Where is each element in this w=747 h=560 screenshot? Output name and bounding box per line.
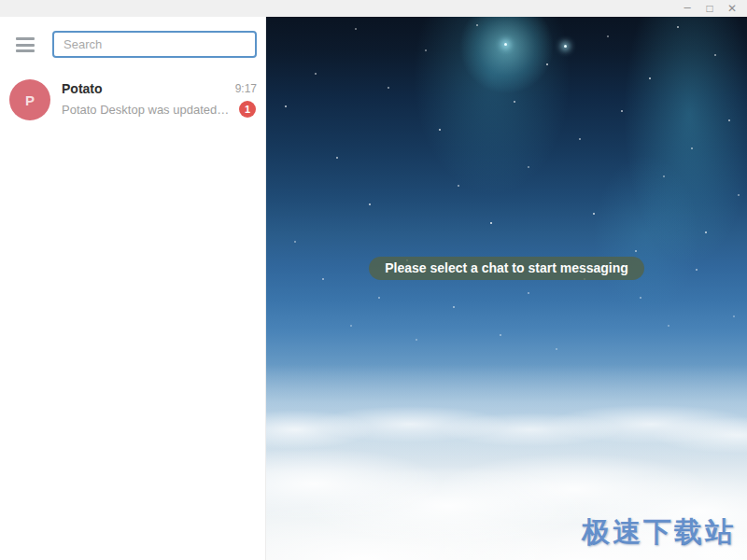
app-window: – □ ✕ P Potato 9:17 Potato Desktop was u…: [0, 0, 747, 560]
avatar: P: [9, 79, 50, 120]
maximize-button[interactable]: □: [698, 0, 721, 17]
stars-decoration: [266, 17, 268, 19]
chat-list-item-potato[interactable]: P Potato 9:17 Potato Desktop was updated…: [0, 77, 266, 133]
unread-count-badge: 1: [239, 101, 256, 118]
bright-star-decoration: [504, 43, 507, 46]
bright-star-decoration: [564, 45, 567, 48]
hamburger-bar: [16, 44, 35, 47]
close-button[interactable]: ✕: [721, 0, 743, 17]
search-box: [52, 31, 257, 58]
chat-time: 9:17: [235, 82, 257, 95]
hamburger-menu-icon[interactable]: [16, 37, 35, 52]
window-controls: – □ ✕: [676, 0, 743, 17]
sidebar: P Potato 9:17 Potato Desktop was updated…: [0, 17, 266, 560]
site-watermark: 极速下载站: [582, 513, 736, 552]
search-input[interactable]: [52, 31, 257, 58]
empty-state-pill-wrap: Please select a chat to start messaging: [266, 257, 747, 280]
chat-name: Potato: [62, 81, 103, 96]
empty-state-message: Please select a chat to start messaging: [369, 257, 644, 280]
titlebar[interactable]: – □ ✕: [0, 0, 747, 17]
chat-message-preview: Potato Desktop was updated…: [62, 103, 237, 117]
hamburger-bar: [16, 49, 35, 52]
minimize-button[interactable]: –: [676, 0, 698, 17]
chat-pane-wallpaper: Please select a chat to start messaging …: [266, 17, 747, 560]
hamburger-bar: [16, 37, 35, 40]
